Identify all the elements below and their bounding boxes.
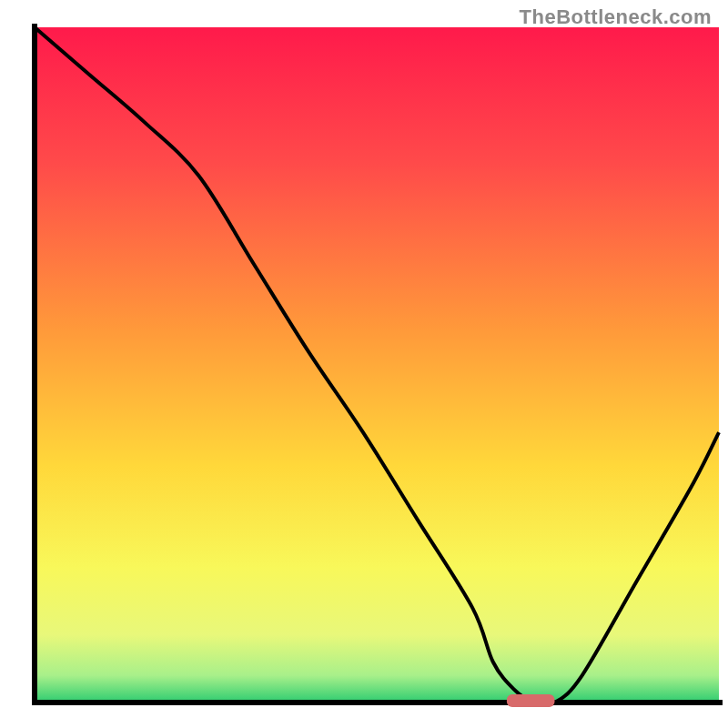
chart-canvas [0,0,728,728]
plot-background [35,27,719,703]
bottleneck-chart: TheBottleneck.com [0,0,728,728]
watermark-label: TheBottleneck.com [520,5,712,29]
optimal-marker [507,694,555,707]
